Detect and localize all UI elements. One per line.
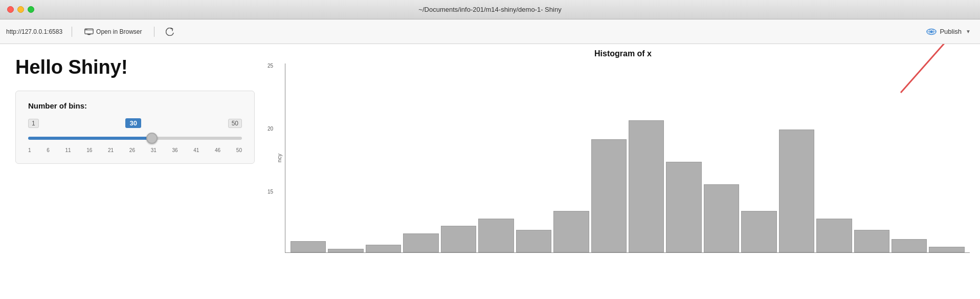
url-display: http://127.0.0.1:6583	[6, 28, 62, 35]
refresh-button[interactable]	[164, 26, 176, 38]
svg-point-4	[85, 29, 86, 29]
bar-8	[553, 211, 589, 252]
svg-point-5	[86, 29, 87, 29]
tick-21: 21	[108, 147, 114, 153]
tick-1: 1	[28, 147, 31, 153]
tick-6: 6	[47, 147, 50, 153]
bar-7	[516, 230, 551, 252]
toolbar-divider	[72, 27, 72, 37]
y-axis-label: ncy	[276, 154, 282, 162]
bar-16	[854, 230, 889, 252]
bar-2	[328, 249, 363, 252]
tick-16: 16	[86, 147, 92, 153]
bar-5	[441, 226, 476, 252]
tick-50: 50	[236, 147, 242, 153]
slider-track	[28, 137, 242, 140]
y-tick-15: 15	[268, 189, 273, 195]
bar-10	[629, 120, 664, 252]
control-panel: Number of bins: 1 30 50 1 6 11 16 21 26 …	[15, 91, 255, 164]
slider-current-label: 30	[125, 118, 141, 128]
maximize-button[interactable]	[28, 6, 34, 13]
toolbar-divider-2	[154, 27, 154, 37]
toolbar-left: http://127.0.0.1:6583 Open in Browser	[6, 26, 176, 38]
tick-31: 31	[151, 147, 157, 153]
bar-3	[366, 245, 401, 252]
tick-26: 26	[129, 147, 135, 153]
tick-41: 41	[193, 147, 199, 153]
tick-36: 36	[172, 147, 177, 153]
svg-point-9	[930, 30, 933, 33]
bar-9	[591, 139, 627, 252]
publish-dropdown-arrow[interactable]: ▼	[966, 29, 971, 34]
tick-46: 46	[215, 147, 220, 153]
bar-18	[929, 247, 964, 252]
publish-button[interactable]: Publish ▼	[922, 26, 975, 38]
bar-1	[291, 241, 326, 252]
chart-title: Histogram of x	[276, 49, 970, 58]
y-tick-25: 25	[268, 63, 273, 69]
y-tick-20: 20	[268, 126, 273, 132]
publish-icon	[926, 28, 937, 36]
bar-15	[816, 219, 852, 252]
bar-12	[704, 184, 739, 252]
bins-label: Number of bins:	[28, 101, 242, 110]
toolbar: http://127.0.0.1:6583 Open in Browser	[0, 19, 980, 44]
traffic-lights	[7, 6, 34, 13]
bar-6	[478, 219, 514, 252]
open-browser-icon	[84, 28, 94, 35]
publish-label: Publish	[940, 28, 962, 35]
minimize-button[interactable]	[17, 6, 24, 13]
bar-11	[666, 162, 701, 252]
chart-area: 15 20 25	[285, 63, 970, 253]
bar-14	[779, 130, 814, 252]
tick-11: 11	[65, 147, 71, 153]
open-browser-button[interactable]: Open in Browser	[81, 27, 145, 37]
bar-17	[892, 239, 927, 252]
slider-thumb[interactable]	[146, 133, 158, 144]
slider-min-label: 1	[28, 119, 39, 128]
page-title: Hello Shiny!	[15, 56, 251, 78]
title-bar: ~/Documents/info-201/m14-shiny/demo-1- S…	[0, 0, 980, 19]
content-area: Hello Shiny! Number of bins: 1 30 50 1 6…	[0, 44, 980, 299]
close-button[interactable]	[7, 6, 14, 13]
open-browser-label: Open in Browser	[96, 28, 142, 35]
right-panel: Histogram of x ncy 15 20 25	[266, 44, 980, 299]
slider-max-label: 50	[228, 119, 242, 128]
bars-container	[285, 63, 970, 252]
y-axis: 15 20 25	[268, 63, 273, 252]
slider-container[interactable]	[28, 133, 242, 143]
bar-4	[403, 233, 438, 252]
slider-ticks: 1 6 11 16 21 26 31 36 41 46 50	[28, 147, 242, 153]
chart-container: ncy 15 20 25	[276, 63, 970, 253]
bar-13	[741, 211, 776, 252]
refresh-icon	[166, 28, 174, 36]
window-title: ~/Documents/info-201/m14-shiny/demo-1- S…	[418, 6, 561, 13]
slider-value-row: 1 30 50	[28, 118, 242, 128]
left-panel: Hello Shiny! Number of bins: 1 30 50 1 6…	[0, 44, 266, 299]
